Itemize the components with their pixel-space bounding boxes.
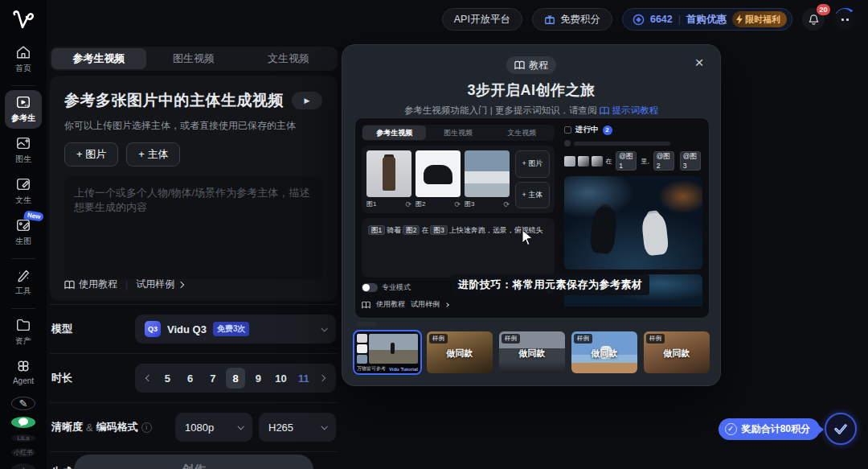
duration-option-6[interactable]: 6 [181, 368, 200, 389]
user-avatar[interactable] [834, 8, 857, 31]
sample-badge: 样例 [502, 334, 520, 344]
feed-reference-row: 在 @图1 里, @图2 @图3 [564, 151, 702, 171]
duration-option-10[interactable]: 10 [272, 368, 291, 389]
sidebar-item-label: 文生 [15, 195, 31, 206]
duration-prev-arrow[interactable] [143, 372, 154, 384]
sidebar-item-home[interactable]: 首页 [5, 40, 42, 79]
quality-value: 1080p [185, 422, 214, 434]
refresh-icon: ⟳ [405, 200, 411, 208]
bilibili-icon[interactable]: LiLa [11, 434, 35, 442]
prompt-input[interactable] [64, 176, 323, 279]
play-tutorial-button[interactable]: ▶ [292, 92, 322, 109]
xiaohongshu-icon[interactable]: 小红书 [11, 448, 35, 457]
duration-option-7[interactable]: 7 [203, 368, 223, 389]
sidebar-item-image-create[interactable]: New 生图 [5, 213, 42, 252]
sample-cta: 做同款 [644, 348, 710, 360]
sidebar-item-reference[interactable]: 参考生 [5, 90, 42, 129]
duration-option-9[interactable]: 9 [248, 368, 268, 389]
topbar: API开放平台 免费积分 6642 | 首购优惠 限时福利 20 [47, 0, 868, 39]
api-platform-button[interactable]: API开放平台 [442, 8, 522, 31]
sample-main-image [369, 334, 418, 364]
generate-row: 生成 创作 [50, 451, 338, 469]
demo-add-subject-button: + 主体 [515, 182, 550, 209]
sample-card-tutorial[interactable]: 万物皆可参考 Vidu Tutorial [354, 331, 420, 373]
notification-bell[interactable]: 20 [802, 8, 825, 31]
chevron-right-icon [319, 375, 326, 381]
prompt-tutorial-link-label: 提示词教程 [612, 105, 658, 117]
duration-option-11[interactable]: 11 [294, 368, 313, 389]
text-to-video-icon [15, 176, 31, 192]
tab-reference-video[interactable]: 参考生视频 [51, 48, 146, 69]
demo-tab: 图生视频 [426, 125, 489, 140]
demo-image-label: 图1 [366, 200, 376, 208]
quality-select[interactable]: 1080p [175, 413, 252, 442]
info-icon[interactable]: i [141, 422, 152, 433]
mini-thumbnail [578, 156, 589, 167]
generate-label: 生成 [51, 465, 72, 469]
douyin-icon[interactable]: ♪ [11, 463, 35, 469]
wechat-icon[interactable] [11, 417, 35, 428]
duration-option-5[interactable]: 5 [158, 368, 177, 389]
prompt-tag: 图3 [430, 225, 447, 235]
codec-select[interactable]: H265 [259, 413, 336, 442]
feedback-icon[interactable]: ✎ [11, 397, 35, 410]
tutorial-link[interactable]: 使用教程 [64, 278, 117, 291]
tutorial-badge-label: 教程 [529, 59, 548, 72]
free-credits-button[interactable]: 免费积分 [532, 8, 612, 31]
sample-caption: 万物皆可参考 [357, 365, 386, 372]
sidebar-item-agent[interactable]: Agent [5, 354, 42, 390]
sidebar-item-tools[interactable]: 工具 [5, 263, 42, 302]
sidebar-item-label: 生图 [15, 236, 31, 247]
sample-card[interactable]: 样例 做同款 [571, 331, 637, 373]
reference-video-icon [15, 94, 31, 110]
duration-label: 时长 [51, 371, 72, 385]
close-icon[interactable]: × [690, 53, 709, 72]
duration-option-8-selected[interactable]: 8 [226, 368, 245, 389]
vidu-logo[interactable] [11, 10, 35, 35]
sample-card[interactable]: 样例 做同款 [644, 331, 710, 373]
sample-link[interactable]: 试用样例 [136, 278, 183, 291]
demo-upload-card: 图1⟳ 图2⟳ 图3⟳ + 图片 + 主体 [362, 146, 555, 213]
reward-check-button[interactable] [825, 413, 857, 445]
rail-divider [11, 308, 35, 309]
add-subject-button[interactable]: + 主体 [126, 142, 180, 167]
prompt-tutorial-link[interactable]: 提示词教程 [600, 105, 658, 117]
sample-brand: Vidu Tutorial [389, 367, 418, 372]
duration-next-arrow[interactable] [317, 372, 328, 384]
sidebar-item-text-gen[interactable]: 文生 [5, 172, 42, 211]
demo-footnote [356, 322, 377, 327]
sample-card[interactable]: 样例 做同款 [427, 331, 493, 373]
coin-icon: ✓ [725, 423, 737, 435]
divers-result-image [564, 176, 702, 269]
demo-image-1: 图1⟳ [366, 150, 411, 208]
limited-benefit-label: 限时福利 [745, 14, 780, 26]
sample-cta: 做同款 [427, 348, 493, 360]
gift-icon [544, 14, 555, 25]
tutorial-badge: 教程 [506, 56, 556, 74]
sidebar-item-assets[interactable]: 资产 [5, 313, 42, 352]
feed-prompt-tag: @图1 [616, 151, 637, 171]
sample-cta: 做同款 [571, 348, 637, 360]
prompt-tag: 图1 [368, 225, 385, 235]
demo-image-label: 图3 [465, 200, 474, 208]
add-image-button[interactable]: + 图片 [64, 142, 118, 167]
diver-black-figure [589, 206, 618, 255]
limited-benefit-badge: 限时福利 [732, 11, 787, 27]
sample-badge: 样例 [574, 334, 592, 344]
tab-image-video[interactable]: 图生视频 [146, 48, 241, 69]
tab-text-video[interactable]: 文生视频 [241, 48, 336, 69]
tab-label: 参考生视频 [73, 51, 125, 66]
sample-card[interactable]: 样例 做同款 [499, 331, 565, 373]
rail-divider [11, 85, 35, 86]
credits-pill[interactable]: 6642 | 首购优惠 限时福利 [622, 8, 792, 31]
sidebar-item-label: 工具 [15, 286, 31, 297]
sample-caption-bar: 万物皆可参考 Vidu Tutorial [354, 364, 420, 373]
sidebar-item-label: 图生 [15, 154, 31, 165]
demo-tutorial-label: 使用教程 [376, 299, 405, 310]
sidebar-item-image-gen[interactable]: 图生 [5, 131, 42, 170]
model-select[interactable]: Q3 Vidu Q3 免费3次 [135, 315, 336, 344]
create-button[interactable]: 创作 [74, 455, 313, 469]
folder-icon [15, 317, 31, 333]
sidebar-item-label: 首页 [15, 63, 31, 74]
tutorial-modal: × 教程 3步开启AI创作之旅 参考生视频功能入门 | 更多提示词知识，请查阅 … [342, 44, 721, 386]
